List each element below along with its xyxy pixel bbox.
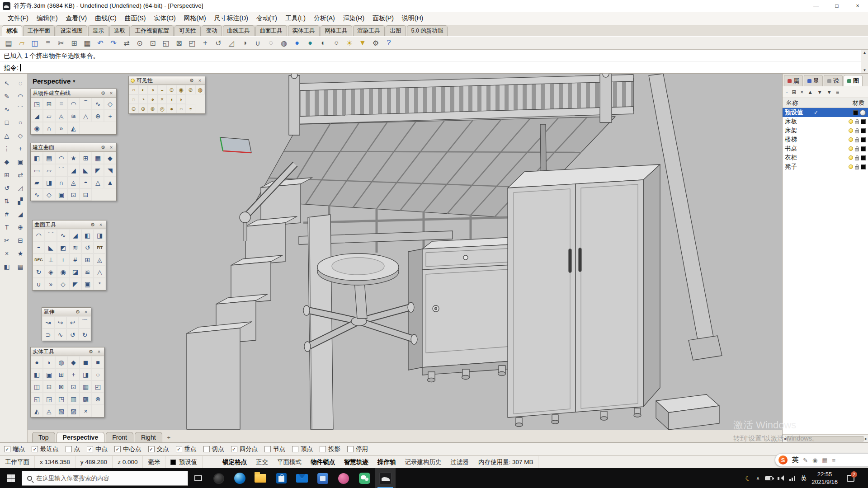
- surface-icon[interactable]: ◆: [1, 156, 13, 167]
- shaded-view-icon[interactable]: ◐: [317, 37, 329, 49]
- open-file-icon[interactable]: ▱: [16, 37, 28, 49]
- tool-icon[interactable]: ◠: [55, 152, 67, 164]
- scroll-down-icon[interactable]: ▼: [863, 68, 867, 72]
- toolbar-tab[interactable]: 渲染工具: [353, 25, 385, 36]
- osnap-checkbox[interactable]: ✓: [87, 446, 93, 452]
- new-viewport-tab-icon[interactable]: +: [164, 433, 175, 442]
- tool-icon[interactable]: ◨: [94, 229, 106, 241]
- command-prompt[interactable]: 指令:: [0, 61, 868, 73]
- hide-icon[interactable]: ◌: [265, 37, 277, 49]
- hatch-icon[interactable]: ▞: [15, 195, 26, 206]
- tool-icon[interactable]: ◨: [43, 176, 55, 188]
- tool-icon[interactable]: ⊞: [43, 98, 55, 110]
- tool-icon[interactable]: ↺: [81, 241, 94, 253]
- tool-icon[interactable]: ∪: [33, 278, 45, 290]
- osnap-checkbox[interactable]: [292, 446, 298, 452]
- cut-icon[interactable]: ✂: [55, 37, 67, 49]
- tool-icon[interactable]: ◆: [67, 356, 80, 368]
- rotate-view-icon[interactable]: ↺: [1, 182, 13, 193]
- tool-icon[interactable]: ∿: [54, 328, 66, 341]
- osnap-停用[interactable]: 停用: [347, 445, 368, 453]
- filter-icon[interactable]: ▼: [826, 89, 832, 95]
- zoom-selected-icon[interactable]: ⊠: [173, 37, 185, 49]
- tool-icon[interactable]: ◣: [80, 164, 92, 176]
- scrollbar-thumb[interactable]: [787, 436, 863, 441]
- layer-row[interactable]: 凳子: [783, 162, 868, 171]
- tool-icon[interactable]: ◓: [80, 176, 92, 188]
- tool-icon[interactable]: DEG: [33, 253, 45, 266]
- tool-icon[interactable]: ∩: [55, 176, 67, 188]
- tool-icon[interactable]: △: [80, 110, 92, 122]
- layer-visibility-icon[interactable]: [849, 137, 853, 142]
- osnap-点[interactable]: 点: [66, 445, 80, 453]
- toolbar-tab[interactable]: 设定视图: [56, 25, 87, 36]
- tool-icon[interactable]: ◭: [31, 405, 43, 417]
- arc-icon[interactable]: ⌒: [15, 103, 26, 115]
- status-toggle-正交[interactable]: 正交: [251, 456, 273, 468]
- lamp-icon[interactable]: ☀: [344, 37, 355, 49]
- select-icon[interactable]: ↖: [1, 77, 13, 89]
- menu-item[interactable]: 渲染(R): [339, 13, 368, 24]
- boolean-icon[interactable]: ⊟: [15, 235, 26, 246]
- tool-icon[interactable]: ◣: [45, 241, 57, 253]
- status-toggle-物件锁点[interactable]: 物件锁点: [306, 456, 340, 468]
- tool-icon[interactable]: »: [55, 122, 67, 134]
- tool-icon[interactable]: ◧: [31, 368, 43, 380]
- layer-row[interactable]: 衣柜: [783, 153, 868, 162]
- status-toggle-记录建构历史[interactable]: 记录建构历史: [400, 456, 446, 468]
- 3d-model-scene[interactable]: [28, 74, 782, 430]
- tool-icon[interactable]: ▨: [67, 405, 80, 417]
- osnap-checkbox[interactable]: [320, 446, 326, 452]
- tool-icon[interactable]: ◔: [138, 94, 148, 104]
- tool-icon[interactable]: #: [69, 253, 81, 266]
- tool-icon[interactable]: ◕: [148, 94, 157, 104]
- close-icon[interactable]: ×: [108, 90, 114, 96]
- zoom-extents-icon[interactable]: ◱: [160, 37, 172, 49]
- view-tab-perspective[interactable]: Perspective: [57, 432, 105, 442]
- tool-icon[interactable]: ◧: [81, 229, 94, 241]
- toolbar-tab[interactable]: 实体工具: [288, 25, 320, 36]
- layer-lock-icon[interactable]: [855, 121, 859, 124]
- toolbar-tab[interactable]: 工作视窗配置: [131, 25, 174, 36]
- tool-icon[interactable]: ▣: [81, 278, 94, 290]
- battery-icon[interactable]: [765, 476, 773, 480]
- rectangle-icon[interactable]: □: [1, 117, 13, 128]
- action-center-button[interactable]: 2: [843, 468, 858, 488]
- osnap-checkbox[interactable]: ✓: [231, 446, 237, 452]
- tool-icon[interactable]: ◤: [69, 278, 81, 290]
- tool-icon[interactable]: ∩: [43, 122, 55, 134]
- sogou-input-bar[interactable]: S 英 ✎◉▦≡: [775, 453, 868, 467]
- tool-icon[interactable]: ◤: [92, 164, 104, 176]
- tool-icon[interactable]: ○: [92, 368, 104, 380]
- tool-icon[interactable]: ▣: [55, 188, 67, 201]
- osnap-中心点[interactable]: ✓中心点: [114, 445, 142, 453]
- status-toggle-操作轴[interactable]: 操作轴: [373, 456, 401, 468]
- taskbar-app-edge[interactable]: [229, 468, 250, 488]
- tool-icon[interactable]: ↻: [33, 266, 45, 278]
- layer-visibility-icon[interactable]: [849, 146, 853, 151]
- tool-icon[interactable]: ■: [92, 356, 104, 368]
- tool-icon[interactable]: ▱: [43, 164, 55, 176]
- tool-icon[interactable]: ≋: [69, 241, 81, 253]
- filter-icon[interactable]: ▼: [357, 37, 368, 49]
- tool-icon[interactable]: ◠: [67, 98, 80, 110]
- tool-icon[interactable]: ◫: [31, 380, 43, 393]
- gear-icon[interactable]: ⚙: [88, 349, 94, 355]
- gear-icon[interactable]: ⚙: [189, 78, 195, 84]
- wireframe-view-icon[interactable]: ○: [330, 37, 342, 49]
- menu-item[interactable]: 实体(O): [150, 13, 179, 24]
- tool-icon[interactable]: ▤: [43, 152, 55, 164]
- tool-icon[interactable]: ◰: [92, 380, 104, 393]
- zoom-window-icon[interactable]: ⊡: [147, 37, 159, 49]
- layer-lock-icon[interactable]: [855, 130, 859, 133]
- tool-icon[interactable]: ▩: [80, 393, 92, 405]
- layer-row[interactable]: 床架: [783, 126, 868, 135]
- sogou-pen-icon[interactable]: ✎: [803, 457, 808, 464]
- tool-icon[interactable]: ⊞: [81, 253, 94, 266]
- layer-color-swatch[interactable]: [861, 155, 866, 160]
- osnap-checkbox[interactable]: ✓: [4, 446, 10, 452]
- tray-expand-icon[interactable]: ∧: [756, 475, 760, 481]
- sogou-keyboard-icon[interactable]: ▦: [822, 457, 827, 464]
- tool-icon[interactable]: ⊙: [167, 85, 176, 94]
- tool-icon[interactable]: ▭: [31, 164, 43, 176]
